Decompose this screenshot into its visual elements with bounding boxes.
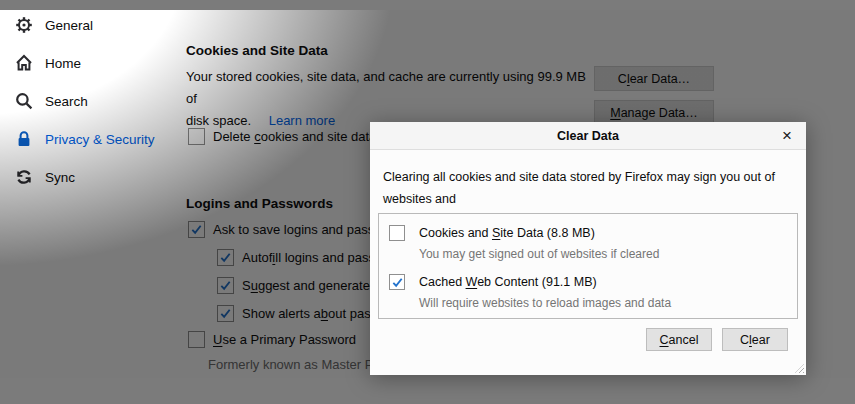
cookies-section-heading: Cookies and Site Data <box>186 43 328 58</box>
autofill-row: Autofill logins and passw <box>217 249 384 266</box>
resize-grip[interactable] <box>795 364 804 373</box>
show-alerts-checkbox[interactable] <box>217 305 234 322</box>
formerly-master-password-note: Formerly known as Master Pass <box>208 357 394 372</box>
clear-button[interactable]: Clear <box>722 328 788 351</box>
suggest-passwords-row: Suggest and generate s <box>217 277 380 294</box>
autofill-label: Autofill logins and passw <box>242 250 384 265</box>
use-primary-password-checkbox[interactable] <box>188 331 205 348</box>
cached-web-content-checkbox[interactable] <box>389 274 405 290</box>
cookies-site-data-sublabel: You may get signed out of websites if cl… <box>419 245 659 263</box>
cookies-site-data-checkbox[interactable] <box>389 225 405 241</box>
cached-web-content-label: Cached Web Content (91.1 MB) <box>419 273 671 291</box>
learn-more-link[interactable]: Learn more <box>269 113 335 128</box>
bottom-gray-strip <box>0 378 855 404</box>
firefox-preferences-screen: General Home Search Privacy & Security S… <box>0 0 855 404</box>
cookies-usage-line1: Your stored cookies, site data, and cach… <box>186 69 586 106</box>
suggest-passwords-label: Suggest and generate s <box>242 278 380 293</box>
delete-cookies-label: Delete cookies and site data <box>213 129 376 144</box>
delete-cookies-checkbox-row: Delete cookies and site data <box>188 128 376 145</box>
cached-web-content-option: Cached Web Content (91.1 MB) Will requir… <box>389 273 671 312</box>
cookies-usage-line2: disk space. <box>186 113 251 128</box>
ask-to-save-row: Ask to save logins and passw <box>188 221 384 238</box>
checkmark-icon <box>190 223 203 236</box>
use-primary-password-row: Use a Primary Password Lea <box>188 331 392 348</box>
clear-data-dialog: Clear Data × Clearing all cookies and si… <box>370 122 806 375</box>
cached-web-content-sublabel: Will require websites to reload images a… <box>419 294 671 312</box>
checkmark-icon <box>391 276 404 289</box>
cancel-button[interactable]: Cancel <box>646 328 712 351</box>
show-alerts-label: Show alerts about passw <box>242 306 387 321</box>
use-primary-password-label: Use a Primary Password <box>213 332 356 347</box>
ask-to-save-label: Ask to save logins and passw <box>213 222 384 237</box>
cookies-site-data-option: Cookies and Site Data (8.8 MB) You may g… <box>389 224 659 263</box>
top-gray-strip <box>0 0 855 10</box>
checkmark-icon <box>219 307 232 320</box>
clear-options-group: Cookies and Site Data (8.8 MB) You may g… <box>378 213 798 319</box>
checkmark-icon <box>219 279 232 292</box>
ask-to-save-checkbox[interactable] <box>188 221 205 238</box>
delete-cookies-checkbox[interactable] <box>188 128 205 145</box>
dialog-header: Clear Data × <box>370 122 806 150</box>
clear-data-page-button[interactable]: Clear Data… <box>594 66 714 91</box>
dialog-title: Clear Data <box>557 129 619 143</box>
cookies-site-data-label: Cookies and Site Data (8.8 MB) <box>419 224 659 242</box>
checkmark-icon <box>219 251 232 264</box>
suggest-passwords-checkbox[interactable] <box>217 277 234 294</box>
logins-section-heading: Logins and Passwords <box>186 196 333 211</box>
dialog-description-line1: Clearing all cookies and site data store… <box>383 170 775 206</box>
show-alerts-row: Show alerts about passw <box>217 305 387 322</box>
autofill-checkbox[interactable] <box>217 249 234 266</box>
close-icon[interactable]: × <box>776 125 798 147</box>
